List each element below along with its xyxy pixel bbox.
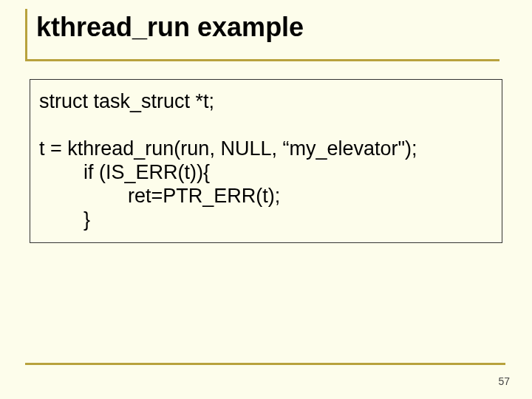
code-line-2: t = kthread_run(run, NULL, “my_elevator"… <box>39 137 490 161</box>
code-line-4: ret=PTR_ERR(t); <box>39 185 490 208</box>
code-block: struct task_struct *t; t = kthread_run(r… <box>30 79 502 243</box>
footer-divider <box>25 363 505 365</box>
slide-title: kthread_run example <box>36 12 499 43</box>
title-container: kthread_run example <box>25 9 499 61</box>
code-line-5: } <box>39 208 490 232</box>
slide: kthread_run example struct task_struct *… <box>0 0 532 399</box>
code-line-3: if (IS_ERR(t)){ <box>39 161 490 185</box>
page-number: 57 <box>498 375 510 387</box>
code-blank-line <box>39 114 490 137</box>
code-line-1: struct task_struct *t; <box>39 90 490 114</box>
